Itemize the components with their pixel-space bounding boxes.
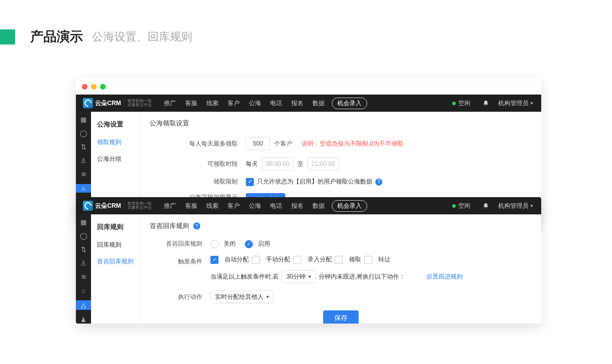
subnav: 回库规则 回库规则 首咨回库规则 — [91, 214, 141, 324]
subnav-item-return-rules[interactable]: 回库规则 — [91, 237, 140, 253]
rail-icon-6[interactable]: ⌂ — [79, 287, 88, 294]
nav-item-signup[interactable]: 报名 — [291, 99, 303, 108]
close-dot-icon[interactable] — [82, 84, 88, 89]
nav-item-phone[interactable]: 电话 — [270, 202, 282, 210]
slide-header: 产品演示 公海设置、回库规则 — [0, 0, 612, 46]
help-icon[interactable]: ? — [375, 178, 382, 186]
row-rule-toggle: 首咨回库规则 关闭 启用 — [150, 240, 532, 248]
cb-claim[interactable] — [335, 256, 343, 264]
nav-item-leads[interactable]: 线索 — [206, 202, 218, 210]
brand-logo[interactable]: 云朵CRM 教育机构一站 式服务云平台 — [76, 201, 159, 211]
cb-manual-assign[interactable] — [252, 256, 260, 264]
brand-logo[interactable]: 云朵CRM 教育机构一站 式服务云平台 — [76, 98, 159, 108]
rail-icon-2[interactable]: ◯ — [79, 232, 88, 240]
label-action: 执行动作 — [150, 293, 210, 301]
radio-on[interactable] — [245, 240, 253, 248]
slide-title: 产品演示 — [30, 28, 83, 46]
text-daily: 每天 — [246, 160, 258, 168]
cb-auto-assign[interactable]: ✓ — [210, 256, 218, 264]
rail-icon-7-active[interactable]: △ — [76, 300, 91, 310]
row-claim-limit: 领取限制 ✓ 只允许状态为【启用】的用户领取公海数据 ? — [150, 177, 532, 186]
opportunity-entry-button[interactable]: 机会录入 — [332, 200, 367, 212]
rail-icon-1[interactable]: ▦ — [79, 218, 88, 226]
brand-tagline: 教育机构一站 式服务云平台 — [124, 99, 152, 108]
role-label: 机构管理员 — [498, 99, 529, 108]
brand-name: 云朵CRM — [95, 99, 121, 108]
chevron-down-icon: ▾ — [267, 294, 269, 299]
save-button[interactable]: 保存 — [323, 310, 359, 324]
chevron-down-icon: ▾ — [531, 101, 533, 106]
nav-item-customers[interactable]: 客户 — [228, 99, 240, 108]
nav-item-data[interactable]: 数据 — [313, 202, 325, 210]
brand-tagline: 教育机构一站 式服务云平台 — [124, 202, 152, 210]
cb-transfer[interactable] — [364, 256, 372, 264]
nav-item-customers[interactable]: 客户 — [228, 202, 240, 210]
rail-icon-4[interactable]: ♙ — [79, 157, 88, 164]
status-indicator: 空闲 — [452, 202, 470, 210]
brand-mark-icon — [83, 98, 93, 108]
nav-item-promo[interactable]: 推广 — [164, 202, 176, 210]
rail-icon-1[interactable]: ▦ — [79, 116, 88, 123]
nav-items: 推广 客服 线索 客户 公海 电话 报名 数据 — [164, 202, 325, 210]
nav-item-pool[interactable]: 公海 — [249, 99, 261, 108]
subnav-item-claim-rules[interactable]: 领取规则 — [91, 134, 140, 151]
subnav-item-first-consult-return[interactable]: 首咨回库规则 — [91, 253, 140, 270]
minimize-dot-icon[interactable] — [91, 84, 97, 89]
nav-items: 推广 客服 线索 客户 公海 电话 报名 数据 — [164, 99, 325, 108]
role-label: 机构管理员 — [498, 202, 529, 210]
input-time-to[interactable]: 21:00:00 — [308, 157, 339, 170]
link-follow-rules[interactable]: 设置跟进规则 — [426, 272, 463, 281]
nav-item-data[interactable]: 数据 — [313, 99, 325, 108]
brand-mark-icon — [83, 201, 93, 211]
radio-off[interactable] — [210, 240, 218, 248]
rail-icon-4[interactable]: ♙ — [79, 259, 88, 267]
status-dot-icon — [452, 204, 456, 208]
bell-icon[interactable] — [483, 203, 489, 209]
label-claim-limit: 领取限制 — [150, 177, 246, 186]
nav-item-promo[interactable]: 推广 — [164, 99, 176, 108]
status-text: 空闲 — [458, 99, 470, 108]
role-dropdown[interactable]: 机构管理员 ▾ — [498, 99, 533, 108]
rail-icon-3[interactable]: ⇅ — [79, 246, 88, 253]
row-claim-time: 可领取时段 每天 09:00:00 至 21:00:00 — [150, 157, 532, 170]
note-max-claim: 说明：空或负值为不限制,0为不可领取 — [301, 140, 404, 148]
status-dot-icon — [452, 102, 456, 105]
nav-item-pool[interactable]: 公海 — [249, 202, 261, 210]
label-max-claim: 每人每天最多领取 — [150, 140, 246, 148]
select-minutes[interactable]: 30分钟 ▾ — [282, 270, 315, 283]
nav-item-service[interactable]: 客服 — [185, 202, 197, 210]
top-nav: 云朵CRM 教育机构一站 式服务云平台 推广 客服 线索 客户 公海 电话 报名… — [76, 95, 541, 112]
rail-icon-8[interactable]: ♟ — [79, 316, 88, 324]
chevron-down-icon: ▾ — [309, 274, 311, 279]
radio-off-label: 关闭 — [224, 240, 236, 248]
input-max-claim[interactable]: 500 — [246, 137, 270, 150]
bell-icon[interactable] — [483, 100, 489, 107]
row-trigger: 触发条件 ✓自动分配 手动分配 录入分配 领取 转让 当满足以上触发条件时,若 — [150, 255, 532, 283]
section-title: 首咨回库规则 ? — [150, 221, 532, 231]
help-icon[interactable]: ? — [193, 222, 200, 230]
label-claim-time: 可领取时段 — [150, 160, 246, 168]
rail-icon-5[interactable]: ≋ — [79, 170, 88, 178]
status-indicator: 空闲 — [452, 99, 470, 108]
nav-item-service[interactable]: 客服 — [185, 99, 197, 108]
cb-import-assign[interactable] — [293, 256, 301, 264]
rail-icon-3[interactable]: ⇅ — [79, 143, 88, 151]
subnav-item-pool-groups[interactable]: 公海分组 — [91, 151, 140, 167]
status-text: 空闲 — [458, 202, 470, 210]
rail-icon-2[interactable]: ◯ — [79, 129, 88, 137]
role-dropdown[interactable]: 机构管理员 ▾ — [498, 202, 533, 210]
window-titlebar — [76, 78, 541, 95]
brand-name: 云朵CRM — [95, 202, 121, 210]
select-action[interactable]: 实时分配给其他人 ▾ — [210, 290, 274, 303]
accent-block — [0, 29, 15, 44]
rail-icon-6-active[interactable]: ⌂ — [76, 184, 91, 193]
input-time-from[interactable]: 09:00:00 — [262, 157, 293, 170]
zoom-dot-icon[interactable] — [100, 84, 106, 89]
radio-on-label: 启用 — [258, 240, 270, 248]
opportunity-entry-button[interactable]: 机会录入 — [332, 98, 367, 109]
nav-item-leads[interactable]: 线索 — [206, 99, 218, 108]
checkbox-enabled-only[interactable]: ✓ — [246, 178, 254, 186]
nav-item-phone[interactable]: 电话 — [270, 99, 282, 108]
nav-item-signup[interactable]: 报名 — [291, 202, 303, 210]
rail-icon-5[interactable]: ≋ — [79, 273, 88, 281]
